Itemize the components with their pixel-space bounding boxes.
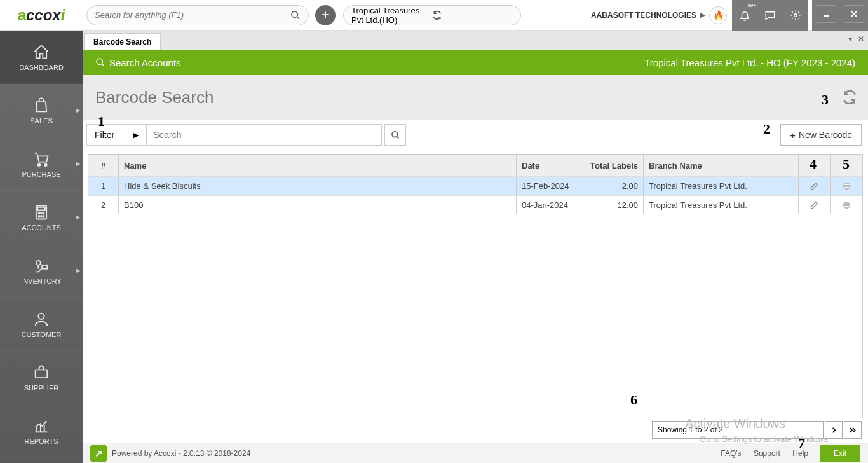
table-header: # Name Date Total Labels Branch Name — [88, 155, 862, 176]
pagination: Showing 1 to 2 of 2 — [83, 417, 868, 443]
context-bar: Search Accounts Tropical Treasures Pvt L… — [83, 50, 868, 75]
search-accounts-link[interactable]: Search Accounts — [109, 57, 181, 68]
sidebar-item-supplier[interactable]: SUPPLIER — [0, 351, 83, 404]
topbar: accoxi + Tropical Treasures Pvt Ltd.(HO)… — [0, 0, 868, 31]
help-link[interactable]: Help — [792, 449, 808, 458]
window-controls — [812, 0, 868, 31]
table-row[interactable]: 1 Hide & Seek Biscuits 15-Feb-2024 2.00 … — [88, 176, 862, 195]
briefcase-icon — [32, 364, 50, 382]
table-search-input[interactable] — [147, 124, 382, 146]
sidebar-item-purchase[interactable]: PURCHASE ▶ — [0, 137, 83, 191]
context-info: Tropical Treasures Pvt Ltd. - HO (FY 202… — [644, 57, 855, 68]
sidebar-item-label: SUPPLIER — [24, 384, 58, 392]
cart-icon — [32, 150, 50, 168]
sidebar: DASHBOARD SALES ▶ PURCHASE ▶ ACCOUNTS ▶ … — [0, 31, 83, 463]
refresh-button[interactable] — [841, 89, 858, 106]
tab-dropdown-icon[interactable]: ▾ — [848, 34, 852, 43]
svg-rect-26 — [844, 186, 849, 186]
svg-point-15 — [43, 215, 44, 216]
filter-label: Filter — [95, 130, 114, 140]
svg-line-21 — [102, 64, 104, 66]
add-button[interactable]: + — [315, 5, 336, 25]
svg-point-2 — [794, 13, 797, 17]
main: DASHBOARD SALES ▶ PURCHASE ▶ ACCOUNTS ▶ … — [0, 31, 868, 463]
last-page-button[interactable] — [844, 421, 862, 439]
col-branch[interactable]: Branch Name — [644, 155, 799, 176]
svg-rect-29 — [844, 204, 849, 204]
global-search-input[interactable] — [95, 10, 290, 20]
svg-rect-25 — [844, 184, 849, 185]
page-header: Barcode Search — [83, 75, 868, 120]
more-button[interactable] — [842, 181, 851, 191]
sidebar-item-accounts[interactable]: ACCOUNTS ▶ — [0, 191, 83, 244]
messages-button[interactable] — [757, 0, 783, 31]
sidebar-item-reports[interactable]: REPORTS — [0, 404, 83, 458]
settings-button[interactable] — [783, 0, 808, 31]
page-info: Showing 1 to 2 of 2 — [652, 421, 824, 439]
edit-button[interactable] — [810, 181, 819, 191]
next-page-button[interactable] — [825, 421, 843, 439]
chart-icon — [32, 417, 50, 435]
new-barcode-button[interactable]: + New Barcode — [780, 124, 862, 146]
barcode-table: # Name Date Total Labels Branch Name 1 H… — [88, 154, 863, 417]
sidebar-item-label: DASHBOARD — [19, 64, 64, 71]
more-button[interactable] — [842, 200, 851, 210]
sync-icon[interactable] — [432, 10, 513, 20]
sidebar-item-dashboard[interactable]: DASHBOARD — [0, 31, 83, 84]
footer-logo-icon: ↗ — [90, 445, 107, 462]
svg-point-6 — [38, 163, 41, 166]
calculator-icon — [32, 204, 50, 221]
faqs-link[interactable]: FAQ's — [721, 449, 741, 458]
close-button[interactable] — [843, 5, 865, 23]
svg-point-13 — [39, 215, 40, 216]
tab-barcode-search[interactable]: Barcode Search — [84, 33, 161, 50]
chevron-right-icon: ▶ — [700, 11, 705, 19]
col-total[interactable]: Total Labels — [580, 155, 644, 176]
notifications-button[interactable]: 99+ — [732, 0, 757, 31]
search-icon[interactable] — [290, 10, 301, 20]
minimize-button[interactable] — [815, 5, 837, 23]
col-name[interactable]: Name — [119, 155, 517, 176]
tab-close-icon[interactable]: ✕ — [858, 34, 864, 43]
table-search-button[interactable] — [384, 124, 406, 146]
filter-button[interactable]: Filter ▶ — [86, 124, 147, 146]
footer: ↗ Powered by Accoxi - 2.0.13 © 2018-2024… — [83, 443, 868, 463]
page-title: Barcode Search — [95, 88, 214, 107]
org-selector[interactable]: Tropical Treasures Pvt Ltd.(HO) — [343, 5, 521, 25]
powered-by: Powered by Accoxi - 2.0.13 © 2018-2024 — [112, 449, 250, 458]
exit-button[interactable]: Exit — [820, 445, 860, 462]
svg-line-1 — [297, 17, 299, 18]
sidebar-item-inventory[interactable]: INVENTORY ▶ — [0, 244, 83, 298]
svg-rect-30 — [844, 205, 849, 205]
svg-point-0 — [292, 11, 297, 17]
notif-badge: 99+ — [747, 3, 756, 8]
inventory-icon — [32, 257, 50, 275]
table-row[interactable]: 2 B100 04-Jan-2024 12.00 Tropical Treasu… — [88, 195, 862, 214]
chevron-right-icon: ▶ — [76, 268, 80, 273]
col-index[interactable]: # — [88, 155, 119, 176]
chevron-right-icon: ▶ — [76, 161, 80, 167]
col-date[interactable]: Date — [517, 155, 580, 176]
tabbar: Barcode Search ▾ ✕ — [83, 31, 868, 50]
svg-line-23 — [397, 136, 398, 138]
edit-button[interactable] — [810, 200, 819, 210]
tab-controls: ▾ ✕ — [844, 34, 864, 43]
sidebar-item-sales[interactable]: SALES ▶ — [0, 84, 83, 137]
svg-rect-31 — [844, 206, 849, 207]
avatar[interactable]: 🔥 — [709, 6, 727, 24]
global-search[interactable] — [86, 5, 309, 25]
home-icon — [32, 43, 50, 61]
svg-point-10 — [39, 212, 40, 214]
chevron-right-icon: ▶ — [76, 214, 80, 220]
sidebar-item-customer[interactable]: CUSTOMER — [0, 298, 83, 351]
bag-icon — [32, 97, 50, 114]
sidebar-item-label: INVENTORY — [21, 277, 62, 285]
app-logo: accoxi — [0, 0, 83, 31]
support-link[interactable]: Support — [754, 449, 780, 458]
svg-rect-17 — [42, 265, 47, 268]
user-company[interactable]: AABASOFT TECHNOLOGIES — [591, 11, 696, 20]
svg-point-18 — [38, 313, 44, 319]
svg-rect-19 — [36, 370, 48, 378]
svg-rect-27 — [844, 187, 849, 188]
sidebar-item-label: ACCOUNTS — [22, 224, 61, 232]
